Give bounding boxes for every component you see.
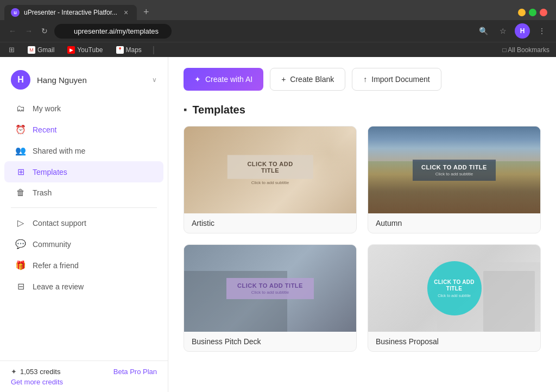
sidebar-item-label: My work (33, 104, 61, 113)
pitch-title-text: CLICK TO ADD TITLE (237, 282, 303, 289)
sidebar-footer: ✦ 1,053 credits Beta Pro Plan Get more c… (0, 361, 168, 392)
address-bar-wrap: 🔒 (54, 24, 471, 39)
autumn-title: CLICK TO ADD TITLE Click to add subtitle (413, 160, 496, 181)
sidebar-item-community[interactable]: 💬 Community (4, 233, 163, 255)
sidebar-item-trash[interactable]: 🗑 Trash (4, 182, 163, 203)
credits-icon: ✦ (11, 368, 17, 376)
create-blank-button[interactable]: + Create Blank (270, 68, 345, 91)
sidebar-item-label: Leave a review (33, 282, 84, 291)
sidebar-item-my-work[interactable]: 🗂 My work (4, 98, 163, 119)
bookmarks-bar: ⊞ M Gmail ▶ YouTube 📍 Maps | □ All Bookm… (0, 42, 556, 57)
credits-label: ✦ 1,053 credits (11, 368, 60, 376)
create-ai-icon: ✦ (194, 75, 201, 84)
youtube-label: YouTube (77, 46, 103, 54)
search-icon-btn[interactable]: 🔍 (476, 23, 491, 39)
section-header: ▪ Templates (184, 104, 541, 116)
create-ai-label: Create with AI (205, 75, 252, 84)
profile-button[interactable]: H (515, 23, 530, 39)
template-card-artistic[interactable]: CLICK TO ADD TITLE Click to add subtitle… (184, 126, 357, 233)
section-icon: ▪ (184, 104, 187, 116)
contact-icon: ▷ (15, 218, 26, 228)
template-card-proposal[interactable]: CLICK TO ADD TITLE Click to add subtitle… (368, 244, 541, 352)
user-name: Hang Nguyen (37, 75, 146, 85)
active-tab[interactable]: u uPresenter - Interactive Platfor... × (4, 5, 137, 20)
community-icon: 💬 (15, 239, 26, 249)
bookmark-star-button[interactable]: ☆ (495, 23, 510, 39)
proposal-overlay: CLICK TO ADD TITLE Click to add subtitle (368, 245, 540, 332)
templates-icon: ⊞ (15, 167, 26, 177)
create-blank-label: Create Blank (290, 75, 334, 84)
sidebar-item-templates[interactable]: ⊞ Templates (4, 161, 163, 182)
template-card-pitch[interactable]: CLICK TO ADD TITLE Click to add subtitle… (184, 244, 357, 352)
sidebar: H Hang Nguyen ∨ 🗂 My work ⏰ Recent 👥 Sha… (0, 57, 168, 392)
more-options-button[interactable]: ⋮ (534, 23, 549, 39)
proposal-circle: CLICK TO ADD TITLE Click to add subtitle (427, 261, 482, 315)
templates-grid: CLICK TO ADD TITLE Click to add subtitle… (184, 126, 541, 352)
minimize-button[interactable] (518, 9, 526, 16)
refresh-button[interactable]: ↻ (39, 24, 50, 37)
create-blank-icon: + (281, 75, 286, 84)
proposal-subtitle-text: Click to add subtitle (438, 294, 471, 298)
review-icon: ⊟ (15, 281, 26, 292)
maps-favicon: 📍 (116, 46, 124, 54)
autumn-overlay: CLICK TO ADD TITLE Click to add subtitle (368, 127, 540, 213)
template-thumb-proposal: CLICK TO ADD TITLE Click to add subtitle (368, 245, 540, 332)
section-title: Templates (192, 104, 245, 116)
sidebar-item-contact-support[interactable]: ▷ Contact support (4, 212, 163, 233)
tab-favicon: u (11, 8, 20, 17)
proposal-title-text: CLICK TO ADD TITLE (432, 279, 477, 292)
avatar: H (11, 70, 30, 90)
sidebar-item-recent[interactable]: ⏰ Recent (4, 119, 163, 140)
address-input[interactable] (54, 24, 172, 39)
address-bar-row: ← → ↻ 🔒 🔍 ☆ H ⋮ (0, 20, 556, 42)
artistic-subtitle-text: Click to add subtitle (227, 180, 313, 185)
sidebar-item-label: Shared with me (33, 147, 85, 155)
action-buttons: ✦ Create with AI + Create Blank ↑ Import… (184, 68, 541, 91)
template-label-pitch: Business Pitch Deck (184, 332, 356, 351)
tab-close-button[interactable]: × (122, 8, 130, 17)
template-label-proposal: Business Proposal (368, 332, 540, 351)
template-card-autumn[interactable]: CLICK TO ADD TITLE Click to add subtitle… (368, 126, 541, 233)
bookmark-gmail[interactable]: M Gmail (26, 45, 56, 55)
user-section[interactable]: H Hang Nguyen ∨ (0, 66, 168, 98)
autumn-subtitle-text: Click to add subtitle (421, 172, 487, 176)
template-thumb-autumn: CLICK TO ADD TITLE Click to add subtitle (368, 127, 540, 213)
sidebar-item-label: Trash (33, 188, 52, 197)
sidebar-item-label: Refer a friend (33, 261, 79, 270)
all-bookmarks-button[interactable]: □ All Bookmarks (502, 46, 549, 54)
sidebar-item-refer[interactable]: 🎁 Refer a friend (4, 255, 163, 276)
bookmark-maps[interactable]: 📍 Maps (114, 45, 144, 55)
maps-label: Maps (126, 46, 142, 54)
maximize-button[interactable] (529, 9, 536, 16)
beta-plan-link[interactable]: Beta Pro Plan (113, 368, 157, 376)
credits-row: ✦ 1,053 credits Beta Pro Plan (11, 368, 157, 376)
bookmarks-separator: | (153, 45, 155, 55)
tab-bar: u uPresenter - Interactive Platfor... × … (0, 0, 556, 20)
apps-button[interactable]: ⊞ (7, 45, 17, 55)
sidebar-item-review[interactable]: ⊟ Leave a review (4, 276, 163, 297)
back-button[interactable]: ← (7, 24, 18, 37)
sidebar-item-label: Recent (33, 125, 56, 134)
get-credits-link[interactable]: Get more credits (11, 378, 157, 386)
nav-divider (11, 207, 157, 208)
import-label: Import Document (371, 75, 429, 84)
bookmark-youtube[interactable]: ▶ YouTube (65, 45, 105, 55)
app-layout: H Hang Nguyen ∨ 🗂 My work ⏰ Recent 👥 Sha… (0, 57, 556, 392)
pitch-subtitle-text: Click to add subtitle (237, 290, 303, 295)
forward-button[interactable]: → (23, 24, 35, 37)
template-label-artistic: Artistic (184, 213, 356, 233)
youtube-favicon: ▶ (67, 46, 75, 54)
sidebar-item-label: Templates (33, 168, 67, 176)
new-tab-button[interactable]: + (139, 4, 154, 20)
create-with-ai-button[interactable]: ✦ Create with AI (184, 68, 263, 91)
chevron-down-icon: ∨ (152, 76, 157, 84)
import-document-button[interactable]: ↑ Import Document (352, 68, 441, 91)
import-icon: ↑ (363, 75, 367, 84)
sidebar-item-shared[interactable]: 👥 Shared with me (4, 140, 163, 161)
close-button[interactable] (540, 9, 547, 16)
window-controls (518, 9, 552, 16)
template-thumb-artistic: CLICK TO ADD TITLE Click to add subtitle (184, 127, 356, 213)
credits-value: 1,053 credits (20, 368, 60, 376)
refer-icon: 🎁 (15, 260, 26, 270)
pitch-overlay: CLICK TO ADD TITLE Click to add subtitle (184, 245, 356, 332)
